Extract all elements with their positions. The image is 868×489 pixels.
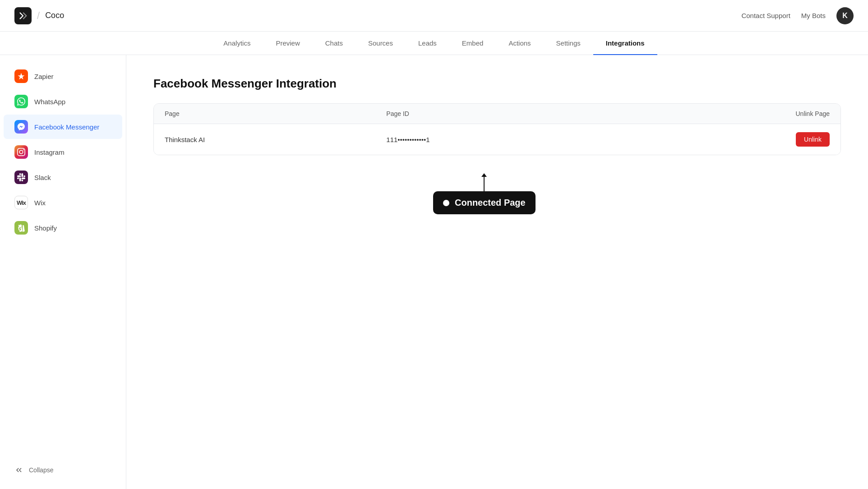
sidebar-item-facebook-messenger[interactable]: Facebook Messenger: [4, 115, 122, 139]
sidebar-item-zapier[interactable]: Zapier: [4, 64, 122, 88]
fb-messenger-icon: [14, 120, 28, 134]
sidebar-item-slack[interactable]: Slack: [4, 165, 122, 189]
sidebar: Zapier WhatsApp Facebook Messenger: [0, 55, 126, 489]
tab-settings[interactable]: Settings: [544, 32, 593, 55]
header: / Coco Contact Support My Bots K: [0, 0, 868, 32]
tooltip-text: Connected Page: [455, 198, 526, 208]
tab-leads[interactable]: Leads: [406, 32, 449, 55]
tab-embed[interactable]: Embed: [449, 32, 496, 55]
sidebar-item-shopify[interactable]: Shopify: [4, 216, 122, 240]
tab-preview[interactable]: Preview: [263, 32, 312, 55]
cell-unlink: Unlink: [682, 132, 830, 147]
layout: Zapier WhatsApp Facebook Messenger: [0, 55, 868, 489]
sidebar-items: Zapier WhatsApp Facebook Messenger: [0, 64, 126, 240]
header-left: / Coco: [14, 7, 64, 24]
tooltip-arrow: [484, 177, 485, 191]
col-header-page: Page: [165, 110, 386, 117]
table-row: Thinkstack AI 111••••••••••••1 Unlink: [154, 124, 840, 155]
tab-integrations[interactable]: Integrations: [593, 32, 657, 55]
sidebar-label-slack: Slack: [34, 174, 51, 181]
tooltip-dot: [443, 200, 449, 206]
sidebar-item-whatsapp[interactable]: WhatsApp: [4, 89, 122, 114]
sidebar-label-fb-messenger: Facebook Messenger: [34, 123, 99, 131]
unlink-button[interactable]: Unlink: [796, 132, 830, 147]
tooltip-wrapper: Connected Page: [433, 177, 536, 214]
shopify-icon: [14, 221, 28, 235]
whatsapp-icon: [14, 95, 28, 108]
connected-page-tooltip: Connected Page: [433, 191, 536, 214]
col-header-page-id: Page ID: [386, 110, 682, 117]
instagram-icon: [14, 145, 28, 159]
sidebar-item-wix[interactable]: Wix Wix: [4, 190, 122, 215]
cell-page-name: Thinkstack AI: [165, 136, 386, 143]
tab-sources[interactable]: Sources: [356, 32, 406, 55]
main-content: Facebook Messenger Integration Page Page…: [126, 55, 868, 489]
app-name: Coco: [45, 11, 64, 20]
sidebar-label-zapier: Zapier: [34, 73, 54, 80]
collapse-label: Collapse: [29, 466, 53, 474]
my-bots-link[interactable]: My Bots: [801, 12, 826, 19]
integration-table: Page Page ID Unlink Page Thinkstack AI 1…: [153, 103, 841, 155]
sidebar-label-shopify: Shopify: [34, 224, 57, 232]
sidebar-label-whatsapp: WhatsApp: [34, 98, 65, 106]
tab-chats[interactable]: Chats: [313, 32, 356, 55]
logo-icon[interactable]: [14, 7, 32, 24]
contact-support-link[interactable]: Contact Support: [741, 12, 790, 19]
page-title: Facebook Messenger Integration: [153, 77, 841, 91]
table-header: Page Page ID Unlink Page: [154, 104, 840, 124]
avatar[interactable]: K: [836, 7, 854, 24]
header-right: Contact Support My Bots K: [741, 7, 854, 24]
tab-analytics[interactable]: Analytics: [211, 32, 263, 55]
tab-actions[interactable]: Actions: [496, 32, 543, 55]
col-header-unlink: Unlink Page: [682, 110, 830, 117]
slack-icon: [14, 171, 28, 184]
collapse-button[interactable]: Collapse: [4, 460, 122, 480]
wix-icon: Wix: [14, 196, 28, 209]
cell-page-id: 111••••••••••••1: [386, 136, 682, 143]
sidebar-label-wix: Wix: [34, 199, 46, 207]
logo-divider: /: [37, 10, 40, 22]
sidebar-item-instagram[interactable]: Instagram: [4, 140, 122, 164]
nav: Analytics Preview Chats Sources Leads Em…: [0, 32, 868, 55]
sidebar-label-instagram: Instagram: [34, 148, 65, 156]
zapier-icon: [14, 69, 28, 83]
collapse-icon: [14, 466, 23, 475]
